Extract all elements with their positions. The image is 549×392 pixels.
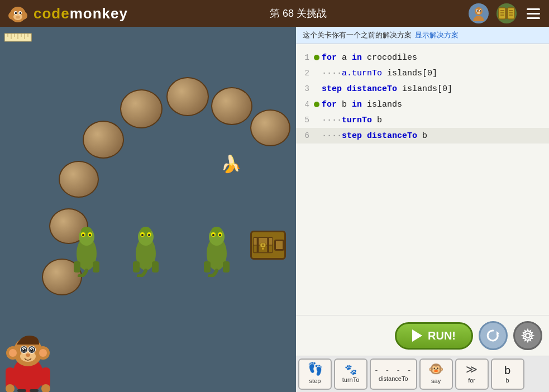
stone: [83, 121, 124, 159]
svg-rect-17: [508, 8, 514, 19]
avatar-button[interactable]: [469, 3, 489, 23]
line-number: 1: [296, 53, 314, 62]
bottom-area: RUN! 👣: [296, 315, 549, 392]
svg-rect-90: [30, 389, 39, 392]
header: CODemonkey 第 68 关挑战: [0, 0, 549, 27]
block-distanceto-label: distanceTo: [379, 375, 408, 382]
code-line-1: 1 for a in crocodiles: [296, 50, 549, 65]
svg-rect-66: [257, 237, 259, 252]
stone: [59, 161, 99, 198]
svg-point-6: [15, 12, 17, 15]
run-button[interactable]: RUN!: [395, 322, 473, 350]
reset-button[interactable]: [479, 321, 508, 350]
svg-point-80: [22, 348, 26, 352]
code-content: ····a.turnTo islands[0]: [322, 69, 437, 78]
code-line-2: 2 ····a.turnTo islands[0]: [296, 65, 549, 81]
settings-button[interactable]: [513, 321, 542, 350]
main-content: 🍌: [0, 27, 549, 392]
hint-message: 这个关卡你有一个之前的解决方案: [303, 30, 412, 40]
menu-button[interactable]: [524, 6, 542, 21]
line-number: 2: [296, 69, 314, 78]
menu-line: [527, 13, 540, 15]
stone: [211, 87, 252, 125]
line-dot: [314, 55, 319, 60]
svg-rect-89: [17, 389, 26, 392]
code-line-6: 6 ····step distanceTo b: [296, 128, 549, 144]
gear-icon: [521, 328, 535, 343]
code-content: for b in islands: [322, 100, 402, 109]
crocodile: [198, 221, 235, 277]
code-content: ····turnTo b: [322, 116, 382, 125]
stone: [120, 89, 163, 128]
svg-rect-43: [93, 261, 99, 273]
block-for[interactable]: ≫ for: [455, 358, 489, 390]
code-content: ····step distanceTo b: [322, 131, 427, 141]
line-number: 6: [296, 131, 314, 140]
treasure-chest: [250, 231, 286, 260]
svg-point-7: [20, 12, 22, 15]
game-area: 🍌: [0, 27, 296, 392]
say-icon: 🐵: [428, 364, 443, 376]
code-content: step distanceTo islands[0]: [322, 84, 452, 94]
code-content: for a in crocodiles: [322, 53, 417, 63]
block-turnto[interactable]: 🐾 turnTo: [334, 358, 367, 390]
block-say-label: say: [431, 377, 441, 384]
svg-point-13: [476, 10, 478, 11]
svg-rect-60: [204, 261, 211, 273]
logo-area: CODemonkey: [7, 2, 128, 25]
block-b[interactable]: b b: [491, 358, 524, 390]
svg-point-81: [30, 348, 34, 352]
step-icon: 👣: [308, 364, 323, 376]
svg-rect-42: [74, 261, 80, 273]
svg-point-82: [23, 349, 24, 350]
svg-point-58: [212, 234, 214, 236]
svg-point-10: [473, 16, 484, 21]
challenge-title: 第 68 关挑战: [270, 7, 327, 20]
svg-point-65: [262, 244, 264, 246]
svg-rect-52: [152, 261, 159, 273]
play-icon: [412, 329, 422, 342]
crocodile: [68, 221, 105, 277]
menu-line: [527, 8, 540, 10]
ruler: [4, 31, 32, 42]
block-b-label: b: [506, 377, 509, 384]
svg-point-50: [148, 234, 150, 236]
stone: [250, 109, 290, 146]
reset-icon: [485, 328, 501, 343]
for-icon: ≫: [466, 365, 478, 376]
block-for-label: for: [468, 377, 475, 384]
block-turnto-label: turnTo: [342, 376, 360, 383]
svg-point-84: [26, 353, 30, 357]
code-line-3: 3 step distanceTo islands[0]: [296, 81, 549, 97]
code-line-5: 5 ····turnTo b: [296, 112, 549, 128]
svg-point-41: [89, 234, 91, 236]
avatar-icon: [471, 6, 486, 21]
logo-icon: [7, 2, 29, 25]
run-label: RUN!: [428, 329, 456, 342]
code-editor[interactable]: 1 for a in crocodiles 2 ····a.turnTo isl…: [296, 44, 549, 315]
svg-point-68: [261, 247, 264, 250]
turnto-icon: 🐾: [345, 365, 357, 375]
distanceto-icon: - - - -: [374, 367, 413, 374]
book-icon: [498, 7, 515, 20]
line-number: 3: [296, 84, 314, 93]
crocodile: [127, 221, 164, 277]
block-step[interactable]: 👣 step: [298, 358, 332, 390]
player-monkey: [3, 314, 53, 392]
svg-rect-51: [133, 261, 140, 273]
line-dot: [314, 102, 319, 107]
svg-point-83: [31, 349, 32, 350]
block-say[interactable]: 🐵 say: [419, 358, 453, 390]
book-button[interactable]: [497, 3, 517, 23]
header-icons: [469, 3, 542, 23]
block-distanceto[interactable]: - - - - distanceTo: [370, 358, 417, 390]
stone: [166, 77, 209, 116]
blocks-bar: 👣 step 🐾 turnTo - - - - distanceTo 🐵 say: [296, 356, 549, 392]
svg-rect-67: [267, 237, 269, 252]
block-step-label: step: [309, 377, 321, 384]
hint-bar: 这个关卡你有一个之前的解决方案 显示解决方案: [296, 27, 549, 44]
logo-text: CODemonkey: [34, 5, 128, 22]
svg-point-74: [39, 349, 47, 357]
show-solution-link[interactable]: 显示解决方案: [415, 30, 459, 40]
code-line-4: 4 for b in islands: [296, 97, 549, 112]
